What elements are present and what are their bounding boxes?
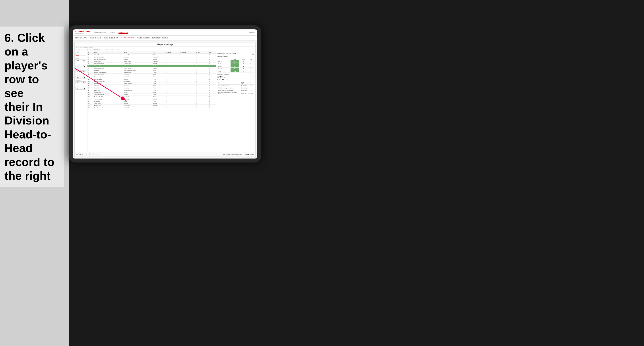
table-row[interactable]: 25 Cole Sherwood Vanderbilt 12 23 1 [88, 107, 216, 109]
nav-tournaments[interactable]: TOURNAMENTS [94, 31, 106, 34]
cell-win: 1 [208, 98, 216, 100]
cell-win: 1 [208, 58, 216, 60]
table-row[interactable]: 4 Luke Claton Florida State Second 1 27 … [88, 60, 216, 63]
more-icon[interactable]: ⋯ [92, 154, 94, 156]
nav-teams[interactable]: TEAMS [110, 31, 115, 34]
cell-yr: Fourth [153, 67, 165, 69]
player-select[interactable]: (All) [76, 87, 86, 90]
h2h-tie: 5 [248, 63, 254, 65]
tour-score: -7 [250, 87, 254, 89]
table-row[interactable]: 11 Gordon Sargent Vanderbilt Third 4 21 … [88, 76, 216, 78]
cell-rds: 24 [195, 100, 208, 102]
watch-btn[interactable]: Watch ▾ [244, 154, 249, 155]
forward-icon[interactable]: ⟩ [82, 154, 83, 156]
table-row[interactable]: 21 Taehoon Song Washington Fourth 6 22 1 [88, 98, 216, 100]
table-row[interactable]: 13 Phichaksn Maichon Texas A&M Third 6 3… [88, 80, 216, 82]
cell-num: 23 [88, 102, 94, 105]
cell-reg: 4 [165, 82, 180, 85]
cell-num: 4 [88, 60, 94, 63]
table-row[interactable]: 20 Matthew Riedel Vanderbilt Fifth 8 23 … [88, 96, 216, 98]
opp-pct: 98.1% [218, 75, 254, 77]
table-row[interactable]: 18 Luke Powell UCLA First 4 24 1 [88, 91, 216, 94]
tour-type: Match Play [240, 91, 247, 95]
region-select[interactable]: N/A [76, 76, 86, 78]
cell-win: 1 [208, 107, 216, 109]
save-custom-view-btn[interactable]: Save Custom View [232, 154, 242, 155]
cell-reg: 1 [165, 54, 180, 56]
cell-conf [180, 96, 195, 98]
view-original-btn[interactable]: View: Original [222, 154, 230, 155]
table-row[interactable]: 12 Brendan Valles Auburn Third 1 27 1 [88, 78, 216, 80]
table-row[interactable]: 22 Ian Gilligan Florida Third 10 24 1 [88, 100, 216, 102]
nav-committee[interactable]: COMMITTEE [118, 31, 128, 34]
cell-rds: 19 [195, 87, 208, 89]
year-select[interactable]: (All) [76, 65, 86, 67]
table-row[interactable]: 2 Michael La Sasse Ole Miss Second 1 18 … [88, 56, 216, 58]
cell-reg: 2 [165, 63, 180, 65]
h2h-body: Top 10 8 3 2 11-25 20 9 5 26-50 22 4 1 5… [218, 60, 254, 72]
tour-score: -17 [250, 85, 254, 87]
table-row[interactable]: 1 Wenyi Ding Arizona State First 1 8 1 [88, 54, 216, 56]
table-row[interactable]: 14 Maxwell Ford North Carolina Third 4 2… [88, 82, 216, 85]
h2h-stats: Opponents in division: 98.1% W-L-T recor… [218, 74, 254, 80]
cell-school: Kentucky [123, 87, 153, 89]
table-row[interactable]: 24 Bastien Amat New Mexico Fourth 1 27 2 [88, 105, 216, 107]
sub-nav-team-summary[interactable]: TEAM SUMMARY [75, 36, 87, 40]
cell-reg: 2 [165, 58, 180, 60]
cell-win: 1 [208, 80, 216, 82]
gender-select[interactable]: Men [76, 59, 86, 62]
sub-nav-team-h2h-grid[interactable]: TEAM H2H GRID [90, 36, 101, 40]
table-row[interactable]: 15 Jake Hall Tennessee Fifth 4 27 0 [88, 85, 216, 87]
undo-icon[interactable]: ↩ [76, 154, 78, 156]
cell-reg: 1 [165, 56, 180, 58]
no-rds-slider[interactable] [76, 55, 86, 56]
table-row[interactable]: 6 Jackson Koivun Auburn First 1 23 1 [88, 65, 216, 67]
sub-nav-player-summary[interactable]: PLAYER SUMMARY [121, 36, 134, 40]
paste-icon[interactable]: 📋 [88, 154, 90, 156]
cell-conf [180, 107, 195, 109]
copy-icon[interactable]: ⧉ [86, 154, 87, 156]
cell-conf [180, 76, 195, 78]
table-body: 1 Wenyi Ding Arizona State First 1 8 1 2… [88, 54, 216, 109]
table-row[interactable]: 10 Jacob Mou-Olesen Arkansas Fifth 4 25 … [88, 74, 216, 76]
table-row[interactable]: 19 Tiger Christensen Arizona Third 8 23 … [88, 94, 216, 96]
cell-school: Tennessee [123, 85, 153, 87]
table-row[interactable]: 8 Mats Ege East Tennessee State Fifth 1 … [88, 69, 216, 71]
cell-player: Luke Powell [94, 91, 123, 94]
nav-sign-out[interactable]: Sign out [249, 32, 255, 33]
table-row[interactable]: 9 Preston Summerhays Arizona State Third… [88, 71, 216, 74]
cell-win: 2 [208, 69, 216, 71]
cell-conf [180, 82, 195, 85]
refresh-icon[interactable]: ↻ [96, 154, 98, 156]
sub-nav-team-h2h-heatmap[interactable]: TEAM H2H HEATMAP [104, 36, 118, 40]
cell-win: 1 [208, 89, 216, 91]
cell-yr: Fourth [153, 102, 165, 105]
h2h-close-button[interactable]: × [252, 53, 254, 55]
left-sidebar: No Rds. 6 Gender Men [75, 51, 88, 152]
cell-num: 20 [88, 96, 94, 98]
sub-nav-player-h2h-grid[interactable]: PLAYER H2H GRID [137, 36, 150, 40]
cell-conf [180, 63, 195, 65]
share-btn[interactable]: Share [250, 154, 254, 155]
cell-rds: 23 [195, 65, 208, 67]
sub-nav-player-h2h-heatmap[interactable]: PLAYER H2H HEATMAP [152, 36, 168, 40]
region-label: Region [76, 74, 86, 76]
cell-win: 0 [208, 76, 216, 78]
table-row[interactable]: 7 Nicholas Gabrelcik North Florida Fourt… [88, 67, 216, 69]
redo-icon[interactable]: ↪ [79, 154, 81, 156]
cell-yr: Fifth [153, 96, 165, 98]
main-content: Player Standings Update time: 27/03/2024… [73, 40, 257, 159]
cell-num: 16 [88, 87, 94, 89]
cell-win: 2 [208, 105, 216, 107]
table-row[interactable]: 5 Christo Lamprecht Georgia Tech Fourth … [88, 63, 216, 65]
right-h2h-panel: In Division Head-to-Head × Jackson Koivu… [216, 51, 255, 152]
table-row[interactable]: 3 Michael Thorbjornsen Stanford Fourth 2… [88, 58, 216, 60]
division-select[interactable]: NCAA Division I [76, 70, 86, 73]
cell-player: Jake Hall [94, 85, 123, 87]
conference-select[interactable]: (All) [76, 81, 86, 84]
table-row[interactable]: 17 David Ford North Carolina Third 1 21 … [88, 89, 216, 91]
cell-win: 2 [208, 63, 216, 65]
table-row[interactable]: 23 Jack Lundin Missouri Fourth 11 24 0 [88, 102, 216, 105]
table-row[interactable]: 16 Alex Goff Kentucky Fifth 8 19 0 [88, 87, 216, 89]
cell-num: 8 [88, 69, 94, 71]
